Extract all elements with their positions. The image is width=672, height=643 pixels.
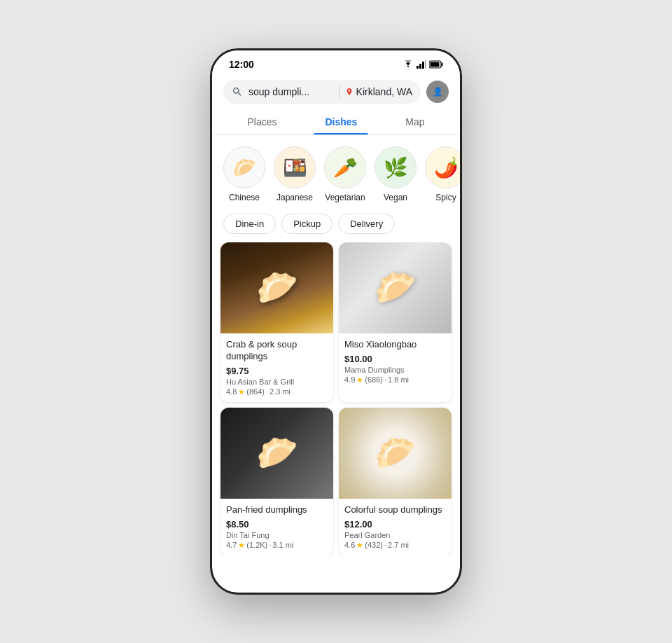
dish-image-colorful	[339, 408, 451, 499]
tab-map[interactable]: Map	[394, 109, 435, 134]
dish-name-3: Pan-fried dumplings	[226, 504, 328, 516]
dish-name-4: Colorful soup dumplings	[344, 504, 446, 516]
dish-rating-4: 4.6 ★ (432) · 2.7 mi	[344, 541, 446, 550]
dish-name-2: Miso Xiaolongbao	[344, 339, 446, 351]
dish-info-4: Colorful soup dumplings $12.00 Pearl Gar…	[339, 499, 451, 555]
dish-image-miso	[339, 242, 451, 333]
dishes-scroll[interactable]: Crab & pork soup dumplings $9.75 Hu Asia…	[212, 242, 460, 591]
dish-reviews-2: (686)	[365, 375, 383, 384]
search-icon	[232, 86, 243, 97]
dish-price-2: $10.00	[344, 354, 446, 364]
signal-icon	[416, 60, 426, 69]
dish-dot-2: ·	[384, 375, 386, 384]
dish-price-1: $9.75	[226, 366, 328, 376]
dish-price-4: $12.00	[344, 519, 446, 530]
dish-image-crab	[220, 242, 333, 333]
dish-dot-4: ·	[384, 541, 386, 549]
location-part: Kirkland, WA	[345, 86, 412, 97]
star-icon-2: ★	[356, 375, 363, 385]
dish-card-3[interactable]: Pan-fried dumplings $8.50 Din Tai Fung 4…	[220, 408, 333, 555]
dish-info-3: Pan-fried dumplings $8.50 Din Tai Fung 4…	[220, 499, 333, 555]
category-japanese-label: Japanese	[276, 193, 313, 202]
dish-reviews-1: (864)	[246, 387, 265, 396]
svg-rect-2	[422, 62, 424, 69]
category-japanese-icon: 🍱	[274, 146, 316, 188]
filter-delivery[interactable]: Delivery	[338, 214, 395, 234]
dish-distance-1: 2.3 mi	[270, 387, 290, 396]
dish-rating-value-4: 4.6	[344, 541, 355, 549]
category-spicy[interactable]: 🌶️ Spicy	[425, 146, 460, 202]
dish-rating-1: 4.8 ★ (864) · 2.3 mi	[226, 387, 328, 396]
category-spicy-icon: 🌶️	[425, 146, 460, 188]
tab-places[interactable]: Places	[236, 109, 288, 134]
dish-info-2: Miso Xiaolongbao $10.00 Mama Dumplings 4…	[339, 333, 451, 390]
tabs-row: Places Dishes Map	[212, 109, 460, 135]
category-chinese[interactable]: 🥟 Chinese	[223, 146, 265, 202]
dish-dot-3: ·	[269, 541, 271, 549]
tab-dishes[interactable]: Dishes	[314, 109, 368, 134]
dish-rating-value-1: 4.8	[226, 387, 237, 396]
status-time: 12:00	[229, 59, 254, 70]
search-bar-row: soup dumpli... Kirkland, WA 👤	[212, 74, 460, 109]
svg-rect-0	[416, 66, 419, 69]
dishes-grid: Crab & pork soup dumplings $9.75 Hu Asia…	[212, 242, 460, 555]
dish-restaurant-4: Pearl Garden	[344, 531, 446, 539]
dish-restaurant-2: Mama Dumplings	[344, 366, 446, 374]
dish-distance-2: 1.8 mi	[388, 375, 409, 384]
category-spicy-label: Spicy	[435, 193, 456, 202]
location-icon	[345, 87, 354, 97]
dish-restaurant-3: Din Tai Fung	[226, 531, 328, 539]
svg-rect-5	[442, 63, 443, 67]
categories-row: 🥟 Chinese 🍱 Japanese 🥕 Vegetarian 🌿 Vega…	[212, 135, 460, 208]
dish-dot-1: ·	[266, 387, 268, 396]
category-vegetarian-label: Vegetarian	[325, 193, 365, 202]
dish-distance-4: 2.7 mi	[388, 541, 409, 549]
category-vegan-label: Vegan	[384, 193, 407, 202]
search-location: Kirkland, WA	[356, 86, 412, 97]
category-vegan[interactable]: 🌿 Vegan	[374, 146, 416, 202]
filter-pickup[interactable]: Pickup	[281, 214, 332, 234]
filter-dine-in[interactable]: Dine-in	[223, 214, 276, 234]
category-vegan-icon: 🌿	[374, 146, 416, 188]
battery-icon	[429, 60, 443, 69]
search-query: soup dumpli...	[248, 86, 333, 97]
category-chinese-icon: 🥟	[223, 146, 265, 188]
dish-card-1[interactable]: Crab & pork soup dumplings $9.75 Hu Asia…	[220, 242, 333, 402]
phone-shell: 12:00	[210, 48, 462, 595]
status-bar: 12:00	[212, 50, 460, 74]
star-icon-3: ★	[238, 541, 245, 550]
dish-name-1: Crab & pork soup dumplings	[226, 339, 328, 363]
dish-rating-2: 4.9 ★ (686) · 1.8 mi	[344, 375, 446, 385]
star-icon-1: ★	[238, 387, 245, 396]
dish-rating-value-3: 4.7	[226, 541, 237, 549]
star-icon-4: ★	[356, 541, 363, 550]
divider	[339, 85, 340, 98]
dish-reviews-3: (1.2K)	[246, 541, 267, 549]
filter-row: Dine-in Pickup Delivery	[212, 208, 460, 242]
dish-reviews-4: (432)	[365, 541, 383, 549]
dish-info-1: Crab & pork soup dumplings $9.75 Hu Asia…	[220, 333, 333, 402]
dish-rating-3: 4.7 ★ (1.2K) · 3.1 mi	[226, 541, 328, 550]
user-avatar[interactable]: 👤	[426, 81, 449, 103]
search-bar[interactable]: soup dumpli... Kirkland, WA	[223, 80, 421, 104]
dish-distance-3: 3.1 mi	[272, 541, 293, 549]
dish-card-2[interactable]: Miso Xiaolongbao $10.00 Mama Dumplings 4…	[339, 242, 451, 402]
category-japanese[interactable]: 🍱 Japanese	[274, 146, 316, 202]
dish-price-3: $8.50	[226, 519, 328, 530]
svg-rect-3	[425, 60, 426, 69]
wifi-icon	[402, 60, 414, 69]
svg-rect-6	[430, 62, 440, 67]
category-vegetarian[interactable]: 🥕 Vegetarian	[324, 146, 366, 202]
status-icons	[402, 60, 443, 69]
dish-rating-value-2: 4.9	[344, 375, 355, 384]
category-chinese-label: Chinese	[229, 193, 260, 202]
dish-image-fried	[220, 408, 333, 499]
svg-rect-1	[419, 64, 421, 69]
category-vegetarian-icon: 🥕	[324, 146, 366, 188]
dish-restaurant-1: Hu Asian Bar & Grill	[226, 378, 328, 386]
dish-card-4[interactable]: Colorful soup dumplings $12.00 Pearl Gar…	[339, 408, 451, 555]
